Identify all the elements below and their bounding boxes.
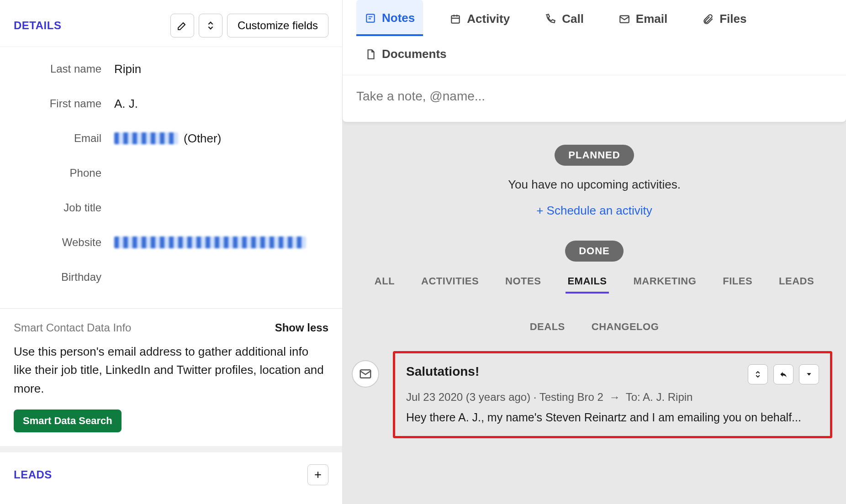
planned-empty-text: You have no upcoming activities. [508, 178, 681, 192]
field-label: Website [14, 236, 114, 249]
redacted-website-icon [114, 236, 306, 248]
reply-icon [778, 370, 788, 378]
tab-files[interactable]: Files [694, 0, 755, 36]
field-website: Website [14, 225, 328, 260]
tab-label: Notes [382, 11, 415, 25]
email-type: (Other) [184, 131, 221, 146]
tabs-row-1: Notes Activity Call Email Files [356, 0, 832, 36]
field-label: Job title [14, 201, 114, 214]
field-phone: Phone [14, 156, 328, 190]
activity-tabs: Notes Activity Call Email Files Doc [343, 0, 846, 75]
chevrons-vertical-icon [206, 21, 216, 31]
filter-leads[interactable]: LEADS [777, 271, 816, 294]
history-filter-tabs: ALL ACTIVITIES NOTES EMAILS MARKETING FI… [343, 266, 846, 351]
tab-label: Email [636, 12, 667, 26]
field-value[interactable]: A. J. [114, 97, 138, 111]
reorder-button[interactable] [199, 14, 222, 37]
field-first-name: First name A. J. [14, 86, 328, 121]
filter-files[interactable]: FILES [721, 271, 754, 294]
done-pill: DONE [565, 241, 624, 262]
note-input[interactable] [356, 89, 832, 104]
filter-deals[interactable]: DEALS [528, 316, 567, 337]
tab-label: Activity [467, 12, 510, 26]
edit-button[interactable] [170, 14, 194, 37]
email-meta: Jul 23 2020 (3 years ago) · Testing Bro … [406, 391, 819, 404]
field-label: Birthday [14, 271, 114, 284]
customize-fields-button[interactable]: Customize fields [227, 14, 328, 37]
smart-contact-header: Smart Contact Data Info Show less [14, 321, 328, 334]
redacted-email-icon [114, 132, 178, 144]
field-label: First name [14, 97, 114, 110]
smart-data-search-button[interactable]: Smart Data Search [14, 410, 122, 432]
filter-changelog[interactable]: CHANGELOG [590, 316, 661, 337]
note-icon [365, 12, 376, 24]
mail-icon [359, 367, 372, 381]
smart-contact-title: Smart Contact Data Info [14, 321, 131, 334]
filter-all[interactable]: ALL [373, 271, 397, 294]
mail-icon [619, 13, 630, 25]
email-recipient: A. J. Ripin [643, 391, 693, 403]
tab-call[interactable]: Call [536, 0, 592, 36]
tabs-row-2: Documents [356, 36, 832, 75]
details-header: DETAILS Customize fields [0, 0, 342, 47]
planned-pill: PLANNED [555, 145, 634, 166]
field-label: Email [14, 132, 114, 145]
filter-emails[interactable]: EMAILS [566, 271, 608, 294]
email-subject: Salutations! [406, 364, 479, 379]
email-to-prefix: To: [626, 391, 640, 403]
filter-marketing[interactable]: MARKETING [632, 271, 698, 294]
more-actions-button[interactable] [799, 364, 819, 384]
calendar-icon [449, 13, 461, 25]
add-lead-button[interactable] [307, 464, 328, 485]
filter-notes[interactable]: NOTES [503, 271, 543, 294]
show-less-toggle[interactable]: Show less [275, 321, 328, 334]
field-value[interactable] [114, 236, 306, 248]
left-panel: DETAILS Customize fields Last name Ripin… [0, 0, 343, 504]
schedule-activity-link[interactable]: + Schedule an activity [536, 204, 652, 218]
phone-icon [545, 13, 556, 25]
tab-label: Files [719, 12, 746, 26]
tab-notes[interactable]: Notes [356, 0, 423, 36]
plus-icon [313, 470, 323, 479]
field-label: Phone [14, 167, 114, 179]
field-label: Last name [14, 63, 114, 75]
field-email: Email (Other) [14, 121, 328, 156]
email-card-actions [748, 364, 819, 384]
expand-button[interactable] [748, 364, 768, 384]
email-preview: Hey there A. J., my name's Steven Reinar… [406, 411, 819, 424]
email-history-row: Salutations! Jul 23 2020 (3 years ago) · [343, 351, 846, 452]
done-section: DONE [343, 231, 846, 266]
arrow-right-icon: → [607, 391, 623, 403]
note-input-container [343, 75, 846, 122]
document-icon [365, 48, 376, 60]
tab-label: Documents [382, 47, 447, 61]
email-sender: Testing Bro 2 [539, 391, 603, 403]
details-fields: Last name Ripin First name A. J. Email (… [0, 47, 342, 308]
tab-activity[interactable]: Activity [441, 0, 518, 36]
reply-button[interactable] [773, 364, 793, 384]
field-job-title: Job title [14, 190, 328, 225]
tab-email[interactable]: Email [610, 0, 676, 36]
details-title: DETAILS [14, 19, 61, 32]
leads-title: LEADS [14, 468, 52, 481]
email-card[interactable]: Salutations! Jul 23 2020 (3 years ago) · [393, 351, 832, 438]
field-value[interactable]: (Other) [114, 131, 221, 146]
svg-rect-1 [452, 16, 460, 23]
email-type-badge [352, 360, 379, 388]
chevrons-vertical-icon [754, 370, 762, 378]
field-last-name: Last name Ripin [14, 52, 328, 86]
pencil-icon [177, 20, 188, 31]
leads-block: LEADS [0, 446, 342, 499]
field-value[interactable]: Ripin [114, 62, 141, 76]
details-header-actions: Customize fields [170, 14, 328, 37]
tab-documents[interactable]: Documents [356, 36, 455, 70]
tab-label: Call [562, 12, 584, 26]
right-panel: Notes Activity Call Email Files Doc [343, 0, 846, 504]
field-birthday: Birthday [14, 260, 328, 294]
email-card-header: Salutations! [406, 364, 819, 384]
filter-activities[interactable]: ACTIVITIES [419, 271, 481, 294]
planned-section: PLANNED You have no upcoming activities.… [343, 122, 846, 231]
chevron-down-icon [805, 371, 813, 378]
email-date: Jul 23 2020 (3 years ago) [406, 391, 530, 403]
smart-contact-description: Use this person's email address to gathe… [14, 342, 328, 398]
